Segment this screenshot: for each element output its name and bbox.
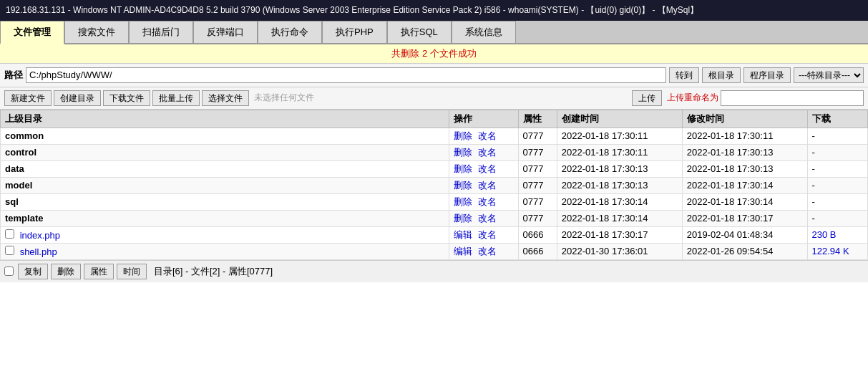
tab-search[interactable]: 搜索文件 — [64, 21, 129, 43]
file-modify: 2019-02-04 01:48:34 — [682, 226, 807, 243]
new-file-button[interactable]: 新建文件 — [4, 90, 52, 106]
copy-button[interactable]: 复制 — [18, 264, 48, 279]
status-bar: 共删除 2 个文件成功 — [0, 44, 868, 64]
special-dir-select[interactable]: ---特殊目录--- — [794, 67, 864, 83]
table-row: control 删除 改名 0777 2022-01-18 17:30:11 2… — [1, 144, 868, 160]
rename-link[interactable]: 改名 — [478, 147, 497, 158]
download-link[interactable]: 230 B — [812, 229, 837, 240]
delete-link[interactable]: 删除 — [454, 147, 472, 158]
dir-download: - — [807, 144, 867, 160]
table-row: template 删除 改名 0777 2022-01-18 17:30:14 … — [1, 210, 868, 226]
delete-button[interactable]: 删除 — [51, 264, 81, 279]
batch-upload-button[interactable]: 批量上传 — [152, 90, 200, 106]
tab-bounce[interactable]: 反弹端口 — [193, 21, 258, 43]
delete-link[interactable]: 删除 — [454, 213, 472, 224]
path-label: 路径 — [4, 69, 23, 82]
dir-modify: 2022-01-18 17:30:14 — [682, 193, 807, 210]
dir-ops: 删除 改名 — [449, 193, 518, 210]
delete-link[interactable]: 删除 — [454, 130, 472, 141]
dir-modify: 2022-01-18 17:30:17 — [682, 210, 807, 226]
edit-link[interactable]: 编辑 — [454, 246, 472, 256]
tab-scan[interactable]: 扫描后门 — [129, 21, 193, 43]
delete-link[interactable]: 删除 — [454, 196, 472, 207]
dir-ops: 删除 改名 — [449, 210, 518, 226]
rename-link[interactable]: 改名 — [478, 180, 497, 191]
select-all-checkbox[interactable] — [4, 267, 14, 276]
title-bar: 192.168.31.131 - Windows NT ADMIN-AD4C9D… — [0, 0, 868, 21]
rename-link[interactable]: 改名 — [478, 229, 497, 240]
dir-create: 2022-01-18 17:30:13 — [557, 160, 682, 177]
delete-link[interactable]: 删除 — [454, 180, 472, 191]
path-input[interactable] — [26, 67, 666, 83]
dir-ops: 删除 改名 — [449, 144, 518, 160]
dir-attr: 0777 — [518, 210, 557, 226]
download-file-button[interactable]: 下载文件 — [103, 90, 150, 106]
file-modify: 2022-01-26 09:54:54 — [682, 243, 807, 259]
dir-create: 2022-01-18 17:30:11 — [557, 144, 682, 160]
file-name: shell.php — [1, 243, 449, 259]
dir-name: control — [1, 144, 449, 160]
file-create: 2022-01-18 17:30:17 — [557, 226, 682, 243]
table-row: common 删除 改名 0777 2022-01-18 17:30:11 20… — [1, 128, 868, 144]
dir-name: common — [1, 128, 449, 144]
time-button[interactable]: 时间 — [117, 264, 147, 279]
path-bar: 路径 转到 根目录 程序目录 ---特殊目录--- — [0, 64, 868, 87]
dir-download: - — [807, 128, 867, 144]
goto-button[interactable]: 转到 — [669, 67, 699, 83]
action-bar: 新建文件 创建目录 下载文件 批量上传 选择文件 未选择任何文件 上传 上传重命… — [0, 87, 868, 110]
edit-link[interactable]: 编辑 — [454, 229, 472, 240]
dir-attr: 0777 — [518, 193, 557, 210]
dir-create: 2022-01-18 17:30:14 — [557, 210, 682, 226]
new-dir-button[interactable]: 创建目录 — [54, 90, 101, 106]
table-row: data 删除 改名 0777 2022-01-18 17:30:13 2022… — [1, 160, 868, 177]
root-button[interactable]: 根目录 — [702, 67, 741, 83]
dir-create: 2022-01-18 17:30:14 — [557, 193, 682, 210]
file-attr: 0666 — [518, 243, 557, 259]
bottom-bar: 复制 删除 属性 时间 目录[6] - 文件[2] - 属性[0777] — [0, 260, 868, 282]
dir-name: sql — [1, 193, 449, 210]
no-file-selected: 未选择任何文件 — [254, 92, 314, 104]
download-link[interactable]: 122.94 K — [812, 246, 849, 256]
title-text: 192.168.31.131 - Windows NT ADMIN-AD4C9D… — [6, 5, 698, 15]
dir-attr: 0777 — [518, 177, 557, 193]
dir-ops: 删除 改名 — [449, 177, 518, 193]
col-header-download: 下载 — [807, 110, 867, 128]
rename-link[interactable]: 改名 — [478, 246, 497, 256]
dir-download: - — [807, 160, 867, 177]
col-header-modify: 修改时间 — [682, 110, 807, 128]
rename-link[interactable]: 改名 — [478, 163, 497, 174]
tab-php[interactable]: 执行PHP — [322, 21, 387, 43]
tab-sql[interactable]: 执行SQL — [387, 21, 452, 43]
file-table: 上级目录 操作 属性 创建时间 修改时间 下载 common 删除 改名 077… — [0, 110, 868, 260]
col-header-op: 操作 — [449, 110, 518, 128]
rename-link[interactable]: 改名 — [478, 213, 497, 224]
delete-link[interactable]: 删除 — [454, 163, 472, 174]
col-header-attr: 属性 — [518, 110, 557, 128]
tab-exec[interactable]: 执行命令 — [258, 21, 322, 43]
table-row: shell.php 编辑 改名 0666 2022-01-30 17:36:01… — [1, 243, 868, 259]
file-link[interactable]: index.php — [20, 230, 60, 241]
attr-button[interactable]: 属性 — [84, 264, 114, 279]
file-checkbox[interactable] — [5, 246, 14, 255]
dir-name: model — [1, 177, 449, 193]
upload-rename-input[interactable] — [721, 90, 864, 106]
dir-attr: 0777 — [518, 128, 557, 144]
program-dir-button[interactable]: 程序目录 — [743, 67, 791, 83]
dir-ops: 删除 改名 — [449, 128, 518, 144]
file-link[interactable]: shell.php — [20, 246, 57, 257]
tab-file[interactable]: 文件管理 — [0, 21, 64, 44]
stats-text: 目录[6] - 文件[2] - 属性[0777] — [154, 265, 273, 278]
rename-link[interactable]: 改名 — [478, 130, 497, 141]
file-checkbox[interactable] — [5, 229, 14, 239]
rename-link[interactable]: 改名 — [478, 196, 497, 207]
dir-name: template — [1, 210, 449, 226]
upload-button[interactable]: 上传 — [632, 90, 662, 106]
dir-download: - — [807, 177, 867, 193]
tab-sysinfo[interactable]: 系统信息 — [452, 21, 516, 43]
file-download: 122.94 K — [807, 243, 867, 259]
select-file-button[interactable]: 选择文件 — [202, 90, 249, 106]
nav-tabs: 文件管理搜索文件扫描后门反弹端口执行命令执行PHP执行SQL系统信息 — [0, 21, 868, 44]
dir-create: 2022-01-18 17:30:11 — [557, 128, 682, 144]
dir-attr: 0777 — [518, 160, 557, 177]
file-download: 230 B — [807, 226, 867, 243]
